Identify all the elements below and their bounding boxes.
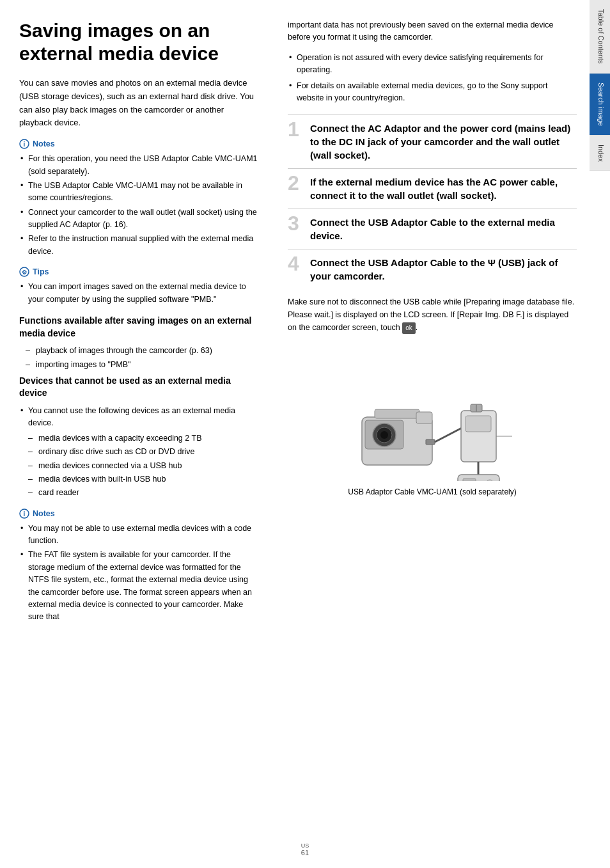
main-content: Saving images on an external media devic… xyxy=(0,0,590,868)
svg-rect-21 xyxy=(463,478,476,481)
right-top-bullets: Operation is not assured with every devi… xyxy=(288,52,577,105)
svg-line-14 xyxy=(435,427,464,442)
step-3: 3 Connect the USB Adaptor Cable to the e… xyxy=(288,209,577,249)
notes2-icon-label: i Notes xyxy=(19,509,55,519)
notes-item-1: For this operation, you need the USB Ada… xyxy=(19,153,259,178)
devices-intro: You cannot use the following devices as … xyxy=(19,405,259,500)
step-1: 1 Connect the AC Adaptor and the power c… xyxy=(288,114,577,168)
svg-rect-16 xyxy=(465,416,491,432)
notes-section: i Notes For this operation, you need the… xyxy=(19,139,259,258)
devices-item-1: media devices with a capacity exceeding … xyxy=(28,432,259,445)
right-bullet-1: Operation is not assured with every devi… xyxy=(288,52,577,77)
svg-rect-11 xyxy=(375,409,419,418)
svg-rect-13 xyxy=(426,439,435,445)
notes-svg-icon: i xyxy=(19,139,29,149)
svg-text:⚙: ⚙ xyxy=(22,269,27,276)
functions-section: Functions available after saving images … xyxy=(19,315,259,371)
notes2-section: i Notes You may not be able to use exter… xyxy=(19,509,259,624)
step-1-text: Connect the AC Adaptor and the power cor… xyxy=(310,122,577,162)
notes-item-2: The USB Adaptor Cable VMC-UAM1 may not b… xyxy=(19,180,259,205)
step-3-number: 3 xyxy=(288,213,304,233)
left-column: Saving images on an external media devic… xyxy=(19,19,269,849)
page-footer: US 61 xyxy=(301,842,309,856)
notes-item-3: Connect your camcorder to the wall outle… xyxy=(19,207,259,232)
step-4-number: 4 xyxy=(288,253,304,274)
step-4-text: Connect the USB Adaptor Cable to the Ψ (… xyxy=(310,256,577,283)
connection-diagram xyxy=(343,340,522,481)
devices-item-5: card reader xyxy=(28,487,259,499)
diagram-label: USB Adaptor Cable VMC-UAM1 (sold separat… xyxy=(288,487,577,498)
intro-text: You can save movies and photos on an ext… xyxy=(19,77,259,130)
devices-intro-list: You cannot use the following devices as … xyxy=(19,405,259,500)
notes-item-4: Refer to the instruction manual supplied… xyxy=(19,233,259,258)
functions-title: Functions available after saving images … xyxy=(19,315,259,340)
step-4-sub-text: Make sure not to disconnect the USB cabl… xyxy=(288,296,577,334)
devices-item-3: media devices connected via a USB hub xyxy=(28,460,259,472)
page-title: Saving images on an external media devic… xyxy=(19,19,259,65)
functions-item-1: playback of images through the camcorder… xyxy=(26,345,259,357)
step-3-text: Connect the USB Adaptor Cable to the ext… xyxy=(310,216,577,242)
sidebar-tab-index[interactable]: Index xyxy=(590,136,610,171)
notes2-item-2: The FAT file system is available for you… xyxy=(19,549,259,623)
page-number: 61 xyxy=(301,849,309,856)
step-4: 4 Connect the USB Adaptor Cable to the Ψ… xyxy=(288,249,577,334)
step-1-number: 1 xyxy=(288,119,304,139)
notes-label: Notes xyxy=(33,139,55,148)
notes2-item-1: You may not be able to use external medi… xyxy=(19,523,259,548)
tips-section: ⚙ Tips You can import images saved on th… xyxy=(19,267,259,306)
tips-label: Tips xyxy=(33,267,49,276)
right-bullet-2: For details on available external media … xyxy=(288,80,577,105)
diagram-area: USB Adaptor Cable VMC-UAM1 (sold separat… xyxy=(288,340,577,498)
svg-rect-12 xyxy=(416,412,432,423)
right-top-text: important data has not previously been s… xyxy=(288,19,577,44)
step-2: 2 If the external medium device has the … xyxy=(288,168,577,209)
devices-section: Devices that cannot be used as an extern… xyxy=(19,375,259,500)
functions-item-2: importing images to "PMB" xyxy=(26,359,259,371)
notes2-label: Notes xyxy=(33,509,55,518)
step-2-number: 2 xyxy=(288,173,304,193)
tips-item-1: You can import images saved on the exter… xyxy=(19,281,259,306)
notes-list: For this operation, you need the USB Ada… xyxy=(19,153,259,258)
right-sidebar: Table of Contents Search image Index xyxy=(590,0,610,868)
country-code: US xyxy=(301,842,309,849)
notes2-list: You may not be able to use external medi… xyxy=(19,523,259,624)
tips-svg-icon: ⚙ xyxy=(19,267,29,277)
notes2-svg-icon: i xyxy=(19,509,29,519)
sidebar-tab-toc[interactable]: Table of Contents xyxy=(590,0,610,74)
svg-text:i: i xyxy=(24,510,26,517)
devices-item-2: ordinary disc drive such as CD or DVD dr… xyxy=(28,446,259,458)
devices-list: media devices with a capacity exceeding … xyxy=(28,432,259,500)
step-2-text: If the external medium device has the AC… xyxy=(310,175,577,202)
functions-list: playback of images through the camcorder… xyxy=(26,345,259,371)
ok-button[interactable]: ok xyxy=(402,322,416,334)
devices-title: Devices that cannot be used as an extern… xyxy=(19,375,259,400)
tips-icon-label: ⚙ Tips xyxy=(19,267,49,277)
svg-point-10 xyxy=(380,431,388,439)
sidebar-tab-search[interactable]: Search image xyxy=(590,74,610,136)
right-column: important data has not previously been s… xyxy=(281,19,577,849)
devices-item-4: media devices with built-in USB hub xyxy=(28,473,259,485)
tips-list: You can import images saved on the exter… xyxy=(19,281,259,306)
notes-icon-label: i Notes xyxy=(19,139,55,149)
page-container: Saving images on an external media devic… xyxy=(0,0,610,868)
svg-text:i: i xyxy=(24,141,26,148)
